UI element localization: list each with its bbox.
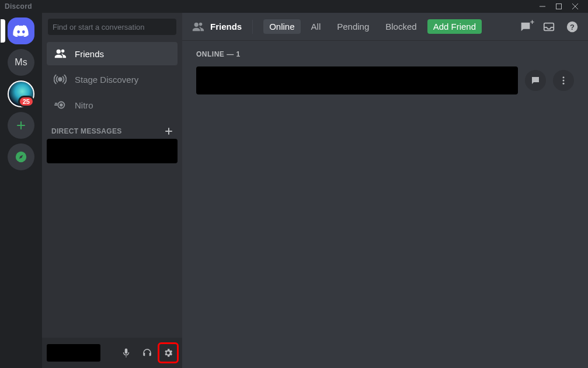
page-title: Friends bbox=[192, 20, 242, 33]
tab-pending[interactable]: Pending bbox=[331, 19, 375, 34]
window-maximize-button[interactable] bbox=[551, 0, 567, 13]
message-button[interactable] bbox=[525, 70, 546, 91]
add-friend-button[interactable]: Add Friend bbox=[427, 19, 482, 34]
divider bbox=[252, 20, 253, 34]
server-list: Ms 25 bbox=[0, 13, 42, 368]
discord-logo-icon bbox=[13, 25, 29, 37]
gear-icon bbox=[163, 348, 173, 358]
help-button[interactable]: ? bbox=[566, 20, 579, 33]
svg-rect-0 bbox=[556, 4, 562, 9]
active-pill bbox=[1, 19, 5, 43]
server-initials: Ms bbox=[15, 57, 27, 68]
explore-servers-button[interactable] bbox=[8, 143, 34, 170]
dm-sidebar: Find or start a conversation Friends Sta… bbox=[42, 13, 182, 368]
server-avatar[interactable]: 25 bbox=[8, 80, 34, 107]
deafen-button[interactable] bbox=[138, 344, 156, 362]
notification-badge: 25 bbox=[18, 96, 34, 107]
tab-blocked[interactable]: Blocked bbox=[380, 19, 422, 34]
window-titlebar: Discord bbox=[0, 0, 588, 13]
search-placeholder: Find or start a conversation bbox=[53, 23, 145, 31]
quickswitcher-button[interactable]: Find or start a conversation bbox=[48, 19, 176, 35]
friends-icon bbox=[192, 20, 204, 33]
sidebar-item-label: Friends bbox=[75, 49, 104, 59]
sidebar-item-friends[interactable]: Friends bbox=[47, 42, 178, 65]
server-ms[interactable]: Ms bbox=[8, 49, 34, 76]
dm-section-header: DIRECT MESSAGES bbox=[42, 118, 182, 138]
plus-icon bbox=[165, 127, 173, 135]
sidebar-item-label: Stage Discovery bbox=[75, 75, 138, 85]
plus-icon bbox=[15, 120, 27, 131]
message-icon bbox=[530, 75, 541, 86]
svg-point-8 bbox=[563, 76, 565, 78]
current-user[interactable] bbox=[47, 344, 100, 362]
inbox-button[interactable] bbox=[542, 20, 555, 33]
svg-text:?: ? bbox=[570, 22, 575, 31]
friend-row[interactable] bbox=[196, 66, 574, 94]
friends-icon bbox=[54, 47, 67, 60]
home-button[interactable] bbox=[8, 17, 34, 44]
svg-point-10 bbox=[563, 83, 565, 85]
topbar: Friends Online All Pending Blocked Add F… bbox=[182, 13, 588, 41]
sidebar-item-stage-discovery[interactable]: Stage Discovery bbox=[47, 68, 178, 91]
compass-icon bbox=[15, 150, 27, 163]
title-text: Friends bbox=[210, 22, 242, 31]
nitro-icon bbox=[54, 99, 67, 111]
app-brand: Discord bbox=[5, 2, 32, 10]
dm-header-label: DIRECT MESSAGES bbox=[51, 127, 122, 135]
main-content: Friends Online All Pending Blocked Add F… bbox=[182, 13, 588, 368]
add-server-button[interactable] bbox=[8, 112, 34, 139]
friend-entry[interactable] bbox=[196, 66, 518, 94]
tab-online[interactable]: Online bbox=[263, 19, 300, 34]
more-vertical-icon bbox=[558, 75, 569, 86]
mute-button[interactable] bbox=[117, 344, 135, 362]
tab-all[interactable]: All bbox=[305, 19, 327, 34]
stage-icon bbox=[54, 73, 67, 86]
window-close-button[interactable] bbox=[567, 0, 583, 13]
create-dm-button[interactable] bbox=[165, 127, 173, 135]
friends-list: ONLINE — 1 bbox=[182, 41, 588, 368]
headphones-icon bbox=[142, 348, 152, 358]
svg-point-2 bbox=[58, 78, 62, 81]
new-group-dm-button[interactable]: + bbox=[519, 20, 532, 33]
inbox-icon bbox=[542, 20, 555, 33]
svg-point-4 bbox=[60, 104, 62, 106]
user-settings-button[interactable] bbox=[159, 344, 178, 362]
help-icon: ? bbox=[566, 20, 579, 33]
online-count-header: ONLINE — 1 bbox=[196, 50, 574, 58]
sidebar-item-label: Nitro bbox=[75, 100, 93, 110]
sidebar-item-nitro[interactable]: Nitro bbox=[47, 93, 178, 117]
window-minimize-button[interactable] bbox=[534, 0, 551, 13]
more-button[interactable] bbox=[553, 70, 574, 91]
svg-point-9 bbox=[563, 80, 565, 82]
dm-item[interactable] bbox=[47, 139, 178, 163]
user-panel bbox=[42, 338, 182, 368]
microphone-icon bbox=[121, 348, 131, 358]
